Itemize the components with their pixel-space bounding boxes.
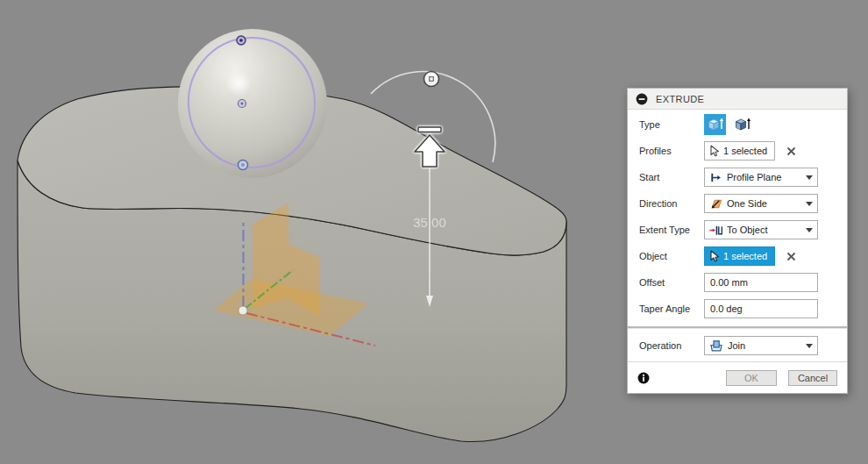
extrude-solid-button[interactable] bbox=[704, 114, 726, 135]
taper-angle-input[interactable] bbox=[704, 299, 818, 318]
cancel-button[interactable]: Cancel bbox=[788, 370, 837, 386]
offset-label: Offset bbox=[639, 277, 704, 288]
chevron-down-icon bbox=[806, 175, 813, 180]
profiles-row: Profiles 1 selected bbox=[628, 138, 847, 164]
start-row: Start Profile Plane bbox=[628, 164, 847, 190]
dimension-label[interactable]: 35.00 bbox=[413, 215, 446, 230]
operation-row: Operation Join bbox=[628, 332, 847, 359]
direction-label: Direction bbox=[639, 198, 704, 209]
taper-angle-label: Taper Angle bbox=[639, 303, 704, 314]
sphere-point-top[interactable] bbox=[237, 36, 245, 45]
start-label: Start bbox=[639, 172, 704, 182]
type-row: Type bbox=[628, 111, 847, 138]
extent-type-label: Extent Type bbox=[639, 225, 704, 235]
ok-button[interactable]: OK bbox=[726, 370, 777, 386]
profile-plane-icon bbox=[709, 171, 722, 184]
extent-type-row: Extent Type To Object bbox=[628, 217, 847, 243]
join-icon bbox=[709, 339, 723, 353]
object-label: Object bbox=[639, 251, 704, 261]
direction-value: One Side bbox=[727, 198, 801, 209]
object-selection-count: 1 selected bbox=[723, 251, 767, 261]
start-dropdown[interactable]: Profile Plane bbox=[704, 168, 818, 187]
x-icon bbox=[786, 252, 796, 261]
profiles-clear-button[interactable] bbox=[785, 145, 797, 157]
extrude-thin-icon bbox=[734, 117, 751, 132]
offset-row: Offset bbox=[628, 269, 847, 296]
sphere-point-bottom[interactable] bbox=[238, 161, 248, 170]
to-object-icon bbox=[709, 224, 722, 237]
start-value: Profile Plane bbox=[727, 172, 801, 182]
extrude-dialog: EXTRUDE Type bbox=[627, 88, 848, 394]
one-side-icon bbox=[709, 197, 722, 211]
object-clear-button[interactable] bbox=[785, 250, 797, 262]
profiles-selection-button[interactable]: 1 selected bbox=[704, 141, 775, 161]
extrude-solid-icon bbox=[707, 117, 724, 132]
direction-row: Direction One Side bbox=[628, 190, 847, 217]
sphere-body[interactable] bbox=[178, 29, 327, 178]
minus-circle-icon[interactable] bbox=[636, 93, 648, 105]
cursor-select-icon bbox=[708, 250, 720, 263]
x-icon bbox=[786, 146, 796, 156]
operation-dropdown[interactable]: Join bbox=[704, 336, 818, 355]
type-label: Type bbox=[639, 119, 704, 130]
taper-angle-row: Taper Angle bbox=[628, 296, 847, 322]
extent-type-dropdown[interactable]: To Object bbox=[704, 220, 818, 239]
sphere-point-center[interactable] bbox=[238, 100, 246, 108]
info-icon[interactable] bbox=[637, 372, 650, 384]
chevron-down-icon bbox=[806, 202, 813, 206]
dialog-footer: OK Cancel bbox=[628, 361, 847, 393]
chevron-down-icon bbox=[806, 344, 813, 348]
object-row: Object 1 selected bbox=[628, 243, 847, 269]
chevron-down-icon bbox=[806, 228, 813, 232]
profiles-label: Profiles bbox=[639, 146, 704, 156]
sphere-highlight bbox=[225, 70, 252, 96]
object-selection-button[interactable]: 1 selected bbox=[704, 246, 775, 266]
cursor-select-icon bbox=[708, 145, 720, 158]
direction-dropdown[interactable]: One Side bbox=[704, 194, 818, 213]
offset-input[interactable] bbox=[704, 273, 818, 292]
extrude-thin-button[interactable] bbox=[731, 114, 753, 135]
profiles-selection-count: 1 selected bbox=[723, 146, 767, 156]
dialog-title: EXTRUDE bbox=[656, 94, 704, 104]
origin-point bbox=[238, 306, 247, 315]
operation-label: Operation bbox=[639, 340, 704, 351]
operation-value: Join bbox=[728, 340, 801, 351]
rotate-handle[interactable] bbox=[424, 72, 439, 87]
extent-type-value: To Object bbox=[727, 225, 801, 235]
section-divider bbox=[628, 326, 847, 329]
dialog-header[interactable]: EXTRUDE bbox=[628, 89, 847, 110]
